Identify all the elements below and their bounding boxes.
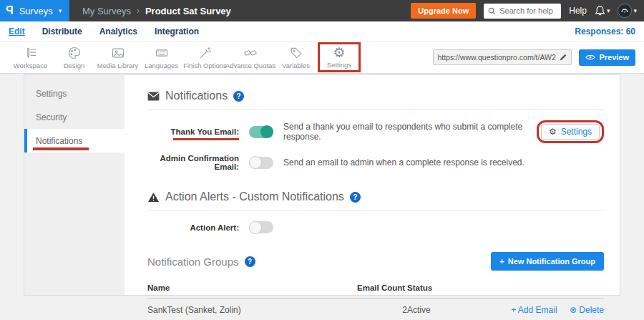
- chevron-down-icon: ▾: [59, 7, 62, 14]
- magic-wand-icon: [198, 46, 213, 60]
- divider: [147, 210, 604, 210]
- notification-groups-header: Notification Groups ? + New Notification…: [147, 252, 604, 271]
- sidebar-item-security[interactable]: Security: [24, 105, 125, 129]
- product-menu-label: Surveys: [19, 6, 53, 16]
- notification-groups-table: Name Email Count Status SankTest (Sanket…: [147, 278, 604, 320]
- chevron-down-icon: ▾: [633, 7, 637, 14]
- tool-media-library[interactable]: Media Library: [96, 46, 140, 69]
- thank-you-email-label: Thank You Email:: [147, 127, 239, 136]
- annotation-underline-notifications: [33, 147, 89, 150]
- gauge-icon: [620, 6, 629, 15]
- tool-languages[interactable]: Languages: [140, 46, 183, 69]
- notification-groups-title: Notification Groups: [147, 256, 239, 268]
- delete-link[interactable]: ⊗ Delete: [570, 305, 604, 315]
- action-alerts-section-header: Action Alerts - Custom Notifications ?: [147, 190, 604, 203]
- admin-confirmation-description: Send an email to admin when a complete r…: [283, 157, 525, 168]
- tab-integration[interactable]: Integration: [155, 26, 199, 37]
- sidebar-item-notifications[interactable]: Notifications: [24, 129, 125, 152]
- avatar: [618, 4, 632, 18]
- col-name: Name: [147, 278, 357, 299]
- palette-icon: [67, 46, 82, 60]
- product-menu[interactable]: P Surveys ▾: [0, 0, 69, 21]
- group-email-count[interactable]: 2: [357, 299, 407, 320]
- preview-button[interactable]: Preview: [579, 49, 635, 66]
- tool-settings[interactable]: ⚙ Settings: [320, 45, 358, 69]
- delete-circle-icon: ⊗: [570, 305, 577, 315]
- tab-analytics[interactable]: Analytics: [99, 26, 137, 37]
- help-icon[interactable]: ?: [245, 256, 255, 267]
- help-search-input[interactable]: [499, 6, 557, 15]
- tab-edit[interactable]: Edit: [9, 26, 25, 37]
- account-menu-button[interactable]: ▾: [618, 4, 637, 18]
- settings-sidebar: Settings Security Notifications: [24, 75, 125, 295]
- admin-confirmation-label: Admin Confirmation Email:: [147, 154, 239, 171]
- keyboard-icon: [155, 46, 169, 60]
- help-icon[interactable]: ?: [350, 192, 361, 203]
- breadcrumb: My Surveys › Product Sat Survey: [69, 0, 231, 21]
- admin-confirmation-row: Admin Confirmation Email: Send an email …: [147, 154, 604, 171]
- notifications-content: Notifications ? Thank You Email: Send a …: [125, 75, 620, 295]
- eye-icon: [585, 54, 595, 61]
- tool-variables[interactable]: Variables: [274, 46, 318, 69]
- tag-icon: [289, 46, 303, 60]
- action-alert-label: Action Alert:: [147, 223, 239, 232]
- survey-url-box[interactable]: [433, 49, 572, 65]
- help-link[interactable]: Help: [569, 6, 587, 16]
- settings-card: Settings Security Notifications Notifica…: [24, 74, 620, 296]
- help-icon[interactable]: ?: [233, 91, 244, 102]
- breadcrumb-my-surveys[interactable]: My Surveys: [82, 6, 131, 16]
- preview-label: Preview: [599, 53, 629, 62]
- sidebar-item-settings[interactable]: Settings: [24, 82, 125, 105]
- thank-you-email-row: Thank You Email: Send a thank you email …: [147, 120, 604, 143]
- col-actions: [482, 278, 604, 299]
- gear-icon: ⚙: [549, 127, 557, 136]
- survey-url-group: Preview: [433, 49, 635, 66]
- action-alerts-title: Action Alerts - Custom Notifications: [165, 190, 344, 203]
- new-notification-group-button[interactable]: + New Notification Group: [491, 252, 604, 271]
- notifications-section-header: Notifications ?: [147, 89, 604, 102]
- upgrade-now-button[interactable]: Upgrade Now: [411, 3, 476, 19]
- search-icon: [488, 7, 496, 15]
- edit-toolbar: Workspace Design Media Library Languages…: [0, 41, 644, 74]
- add-email-link[interactable]: + Add Email: [511, 305, 557, 315]
- annotation-underline-thank-you: [173, 138, 239, 140]
- image-icon: [111, 46, 125, 60]
- action-alert-toggle[interactable]: [249, 221, 273, 233]
- table-row: SankTest (Sanket, Zolin) 2 Active + Add …: [147, 299, 604, 320]
- page-body: Settings Security Notifications Notifica…: [0, 74, 644, 296]
- edit-pencil-icon[interactable]: [559, 53, 567, 62]
- help-search-box[interactable]: [484, 4, 561, 19]
- tab-distribute[interactable]: Distribute: [42, 26, 82, 37]
- survey-nav: Edit Distribute Analytics Integration Re…: [0, 21, 644, 41]
- notifications-bell-button[interactable]: ▾: [595, 5, 610, 16]
- header-actions: Upgrade Now Help ▾ ▾: [411, 0, 644, 21]
- chevron-down-icon: ▾: [607, 7, 610, 14]
- responses-count[interactable]: Responses: 60: [575, 26, 635, 37]
- top-header: P Surveys ▾ My Surveys › Product Sat Sur…: [0, 0, 644, 21]
- tool-design[interactable]: Design: [52, 46, 96, 69]
- tool-finish-options[interactable]: Finish Options: [183, 46, 227, 69]
- warning-triangle-icon: [147, 192, 160, 203]
- action-alert-row: Action Alert:: [147, 221, 604, 233]
- col-email-count: Email Count: [357, 278, 407, 299]
- notifications-title: Notifications: [165, 89, 228, 102]
- group-status[interactable]: Active: [407, 299, 482, 320]
- bell-icon: [595, 5, 605, 16]
- thank-you-email-toggle[interactable]: [249, 126, 273, 138]
- chain-link-icon: [243, 46, 258, 60]
- tool-workspace[interactable]: Workspace: [9, 46, 52, 69]
- admin-confirmation-toggle[interactable]: [249, 157, 273, 169]
- envelope-icon: [147, 92, 160, 101]
- tool-advance-quotas[interactable]: Advance Quotas: [227, 46, 274, 69]
- gear-icon: ⚙: [333, 45, 345, 59]
- plus-icon: +: [499, 257, 504, 266]
- breadcrumb-current-survey: Product Sat Survey: [145, 6, 231, 16]
- annotation-ring-settings-button: ⚙ Settings: [537, 120, 604, 143]
- thank-you-email-description: Send a thank you email to respondents wh…: [283, 122, 530, 142]
- table-header-row: Name Email Count Status: [147, 278, 604, 299]
- survey-url-input[interactable]: [437, 53, 556, 62]
- thank-you-settings-button[interactable]: ⚙ Settings: [541, 124, 600, 140]
- annotation-box-settings-tool: ⚙ Settings: [318, 42, 361, 72]
- questionpro-logo-icon: P: [6, 4, 14, 17]
- workspace-icon: [24, 46, 38, 60]
